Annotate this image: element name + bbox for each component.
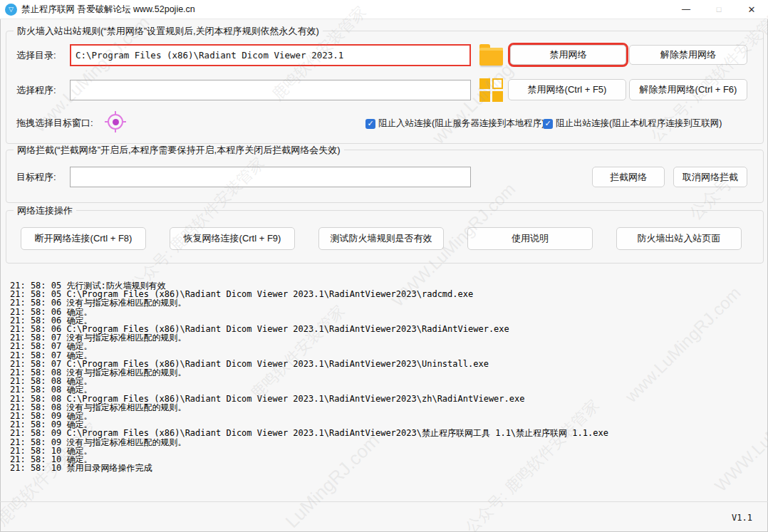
block-inbound-checkbox[interactable]: ✓ 阻止入站连接(阻止服务器连接到本地程序) (365, 118, 544, 130)
log-line: 21: 58: 08 C:\Program Files (x86)\Radian… (10, 395, 759, 403)
log-line: 21: 58: 08 没有与指定标准相匹配的规则。 (10, 403, 759, 412)
minimize-button[interactable]: — (670, 0, 702, 19)
usage-instructions-button[interactable]: 使用说明 (467, 227, 593, 250)
select-directory-input[interactable] (70, 44, 471, 66)
restore-network-button[interactable]: 恢复网络连接(Crtl + F9) (170, 227, 295, 250)
firewall-page-button[interactable]: 防火墙出站入站页面 (616, 227, 742, 250)
open-folder-icon[interactable] (479, 48, 503, 66)
log-line: 21: 58: 09 C:\Program Files (x86)\Radian… (10, 429, 759, 437)
maximize-icon: □ (717, 5, 722, 14)
group-intercept-title: 网络拦截(“拦截网络”开启后,本程序需要保持开启,本程序关闭后拦截网络会失效) (14, 144, 344, 157)
log-line: 21: 58: 08 确定。 (10, 377, 759, 385)
log-line: 21: 58: 09 确定。 (10, 412, 759, 420)
test-firewall-rules-button[interactable]: 测试防火墙规则是否有效 (318, 227, 444, 250)
group-network-intercept: 网络拦截(“拦截网络”开启后,本程序需要保持开启,本程序关闭后拦截网络会失效) … (6, 150, 764, 203)
select-directory-label: 选择目录: (16, 49, 56, 62)
select-program-icon[interactable] (479, 78, 503, 102)
disconnect-network-button[interactable]: 断开网络连接(Crtl + F8) (21, 227, 146, 250)
select-program-label: 选择程序: (16, 84, 56, 97)
target-program-input[interactable] (70, 167, 471, 187)
log-line: 21: 58: 08 确定。 (10, 385, 759, 394)
bottom-divider (0, 501, 768, 502)
log-line: 21: 58: 08 没有与指定标准相匹配的规则。 (10, 368, 759, 377)
drag-target-icon[interactable] (105, 111, 126, 132)
block-outbound-checkbox[interactable]: ✓ 阻止出站连接(阻止本机程序连接到互联网) (543, 118, 722, 130)
disable-network-button[interactable]: 禁用网络 (510, 45, 626, 65)
checkbox-checked-icon: ✓ (543, 119, 553, 129)
drag-select-label: 拖拽选择目标窗口: (16, 117, 93, 130)
remove-disable-network-hotkey-button[interactable]: 解除禁用网络(Ctrl + F6) (629, 79, 747, 100)
log-line: 21: 58: 07 没有与指定标准相匹配的规则。 (10, 333, 759, 342)
remove-disable-network-button[interactable]: 解除禁用网络 (629, 45, 747, 65)
checkbox-checked-icon: ✓ (365, 119, 375, 129)
log-line: 21: 58: 10 确定。 (10, 447, 759, 455)
log-line: 21: 58: 07 确定。 (10, 351, 759, 360)
window-controls: — □ ✕ (670, 0, 768, 19)
version-label: V1.1 (732, 513, 752, 523)
window-title: 禁止程序联网 吾爱破解论坛 www.52pojie.cn (21, 4, 195, 16)
log-line: 21: 58: 06 没有与指定标准相匹配的规则。 (10, 298, 759, 307)
group-firewall-title: 防火墙入站出站规则(“禁用网络”设置规则后,关闭本程序规则依然永久有效) (14, 25, 323, 38)
target-program-label: 目标程序: (16, 171, 56, 184)
log-line: 21: 58: 10 禁用目录网络操作完成 (10, 464, 759, 472)
intercept-network-button[interactable]: 拦截网络 (592, 167, 665, 187)
title-bar: ▽ 禁止程序联网 吾爱破解论坛 www.52pojie.cn — □ ✕ (0, 0, 768, 19)
close-button[interactable]: ✕ (735, 0, 768, 19)
cancel-intercept-button[interactable]: 取消网络拦截 (673, 167, 747, 187)
log-line: 21: 58: 07 确定。 (10, 342, 759, 350)
log-area: 21: 58: 05 先行测试:防火墙规则有效21: 58: 05 C:\Pro… (10, 281, 759, 472)
maximize-button[interactable]: □ (702, 0, 735, 19)
group-connection-ops: 网络连接操作 断开网络连接(Crtl + F8) 恢复网络连接(Crtl + F… (6, 210, 764, 264)
app-icon: ▽ (5, 4, 17, 16)
log-line: 21: 58: 09 没有与指定标准相匹配的规则。 (10, 438, 759, 447)
disable-network-hotkey-button[interactable]: 禁用网络(Ctrl + F5) (508, 79, 626, 100)
select-program-input[interactable] (70, 80, 471, 100)
minimize-icon: — (682, 4, 690, 14)
group-connection-title: 网络连接操作 (14, 204, 76, 217)
group-firewall-rules: 防火墙入站出站规则(“禁用网络”设置规则后,关闭本程序规则依然永久有效) 选择目… (6, 31, 764, 144)
log-line: 21: 58: 06 确定。 (10, 308, 759, 316)
close-icon: ✕ (748, 4, 756, 15)
